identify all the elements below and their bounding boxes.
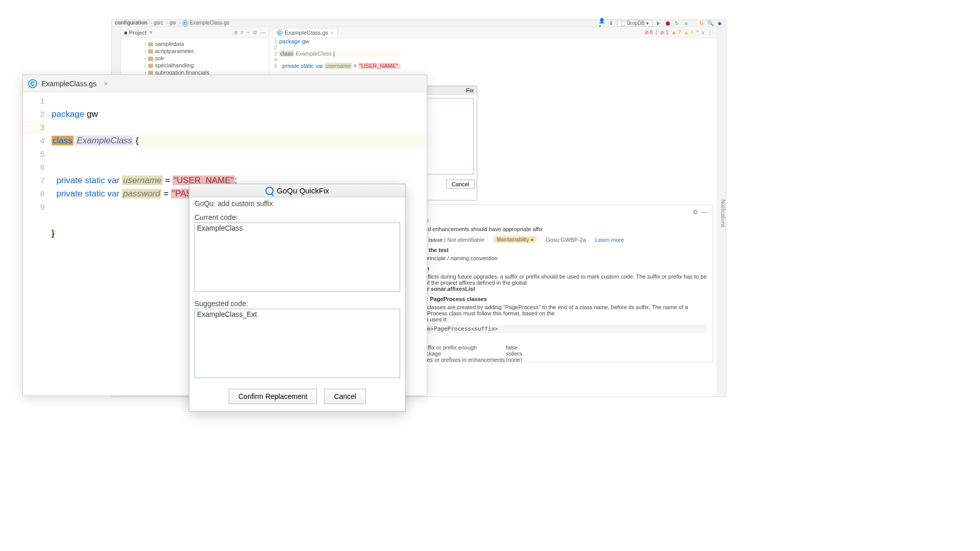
collapse-icon[interactable]: ⊕	[234, 30, 238, 35]
tab-label: ExampleClass.gs	[285, 30, 328, 36]
file-type-icon: C	[277, 30, 283, 36]
confirm-replacement-button[interactable]: Confirm Replacement	[229, 389, 317, 404]
build-icon[interactable]: ⬇	[608, 20, 614, 27]
search-icon[interactable]: 🔍	[707, 20, 714, 27]
tree-item[interactable]: sampledata	[144, 40, 268, 47]
goqu-quickfix-dialog: GoQu QuickFix GoQu: add custom suffix Cu…	[189, 184, 406, 412]
suggested-code-label: Suggested code:	[194, 299, 400, 308]
bg-cancel-button[interactable]: Cancel	[446, 180, 475, 189]
run-config-dropdown[interactable]: ⬚ DropDB ▾	[617, 20, 652, 27]
small-gutter: 12345	[269, 38, 279, 69]
project-panel-header: ■ Project ▾ ⊕ ≡ ÷ ⚙ —	[121, 27, 268, 38]
select-opened-icon[interactable]: ÷	[247, 30, 250, 35]
panel-settings-icon[interactable]: ⚙	[693, 209, 698, 216]
run-icon[interactable]	[655, 20, 662, 27]
code-snippet: name>PageProcess<suffix>	[414, 324, 707, 333]
section-body: cess classes are created by adding "Page…	[414, 304, 707, 322]
rule-meta: ency issue | Not identifiable Maintainab…	[414, 236, 707, 243]
rerun-icon[interactable]: ↻	[674, 20, 680, 27]
section-body: eral principle / naming convention	[414, 255, 707, 261]
problems-summary[interactable]: ⊘ 8 | ⊘ 1 ▲ 7 ▲ 4 ^v ⋮	[589, 30, 717, 35]
close-tab-icon[interactable]: ×	[330, 30, 333, 36]
breadcrumb[interactable]: configuration gsrc gw C ExampleClass.gs	[115, 20, 229, 27]
fg-tab-label: ExampleClass.gs	[41, 80, 96, 88]
suggested-code-box[interactable]	[194, 309, 400, 378]
params-heading: rs	[414, 335, 707, 341]
section-heading: case: PageProcess classes	[414, 296, 707, 302]
fg-tab-bar: C ExampleClass.gs ×	[23, 75, 427, 92]
update-icon[interactable]: ↻	[698, 20, 704, 27]
settings-icon[interactable]: ◆	[717, 20, 723, 27]
section-heading: iption	[414, 265, 707, 271]
expand-icon[interactable]: ≡	[241, 30, 244, 35]
learn-more-link[interactable]: Learn more	[595, 237, 624, 243]
dialog-subtitle: GoQu: add custom suffix	[189, 197, 405, 210]
inspection-tab[interactable]: ations	[414, 217, 707, 223]
editor-menu-icon[interactable]: ⋮	[707, 30, 713, 35]
cancel-button[interactable]: Cancel	[324, 389, 366, 404]
crumb-b[interactable]: gsrc	[154, 20, 163, 26]
panel-hide-icon[interactable]: —	[701, 209, 707, 216]
section-heading: se of the test	[414, 247, 707, 253]
project-label[interactable]: ■ Project	[124, 30, 146, 36]
maintainability-badge: Maintainability ●	[494, 236, 536, 243]
panel-settings-icon[interactable]: ⚙	[253, 30, 257, 35]
small-code[interactable]: package gw class ExampleClass { private …	[279, 38, 401, 69]
user-icon[interactable]: 👤▾	[599, 20, 605, 27]
ide-breadcrumb-bar: configuration gsrc gw C ExampleClass.gs …	[112, 20, 726, 27]
rule-title: es and enhancements should have appropri…	[414, 226, 707, 232]
tree-item[interactable]: scriptparameter	[144, 47, 268, 55]
sonar-inspection-panel: ⚙ — ations es and enhancements should ha…	[408, 204, 713, 362]
file-type-icon: C	[28, 79, 37, 88]
close-tab-icon[interactable]: ×	[104, 80, 108, 88]
rule-id: Gosu:GWBP-2a	[546, 237, 586, 243]
gutter: 12 3 45 67 89	[23, 92, 52, 256]
stop-icon[interactable]: ■	[683, 20, 689, 27]
crumb-c[interactable]: gw	[169, 20, 176, 26]
goqu-logo-icon	[265, 187, 274, 195]
dialog-title: GoQu QuickFix	[189, 184, 405, 197]
current-code-label: Current code:	[194, 213, 400, 221]
tree-item[interactable]: specialhandling	[144, 62, 268, 69]
crumb-root[interactable]: configuration	[115, 20, 148, 26]
small-editor[interactable]: 12345 package gw class ExampleClass { pr…	[269, 38, 717, 69]
tree-item[interactable]: solr	[144, 55, 268, 62]
crumb-file[interactable]: ExampleClass.gs	[190, 20, 229, 26]
toolbar-right: 👤▾ ⬇ ⬚ DropDB ▾ 🐞 ↻ ■ ↻ 🔍 ◆	[599, 20, 723, 27]
editor-tabs: C ExampleClass.gs × ⊘ 8 | ⊘ 1 ▲ 7 ▲ 4 ^v…	[269, 27, 717, 38]
debug-icon[interactable]: 🐞	[665, 20, 671, 27]
params-table: ge suffix or prefix enoughfalse ct packa…	[414, 344, 707, 362]
section-body: d conflicts during future upgrades, a su…	[414, 273, 707, 292]
right-tool-rail[interactable]: Notifications	[717, 27, 726, 396]
editor-tab[interactable]: C ExampleClass.gs ×	[272, 28, 338, 37]
current-code-box[interactable]	[194, 222, 400, 292]
hide-panel-icon[interactable]: —	[260, 30, 265, 35]
file-type-icon: C	[182, 20, 188, 27]
